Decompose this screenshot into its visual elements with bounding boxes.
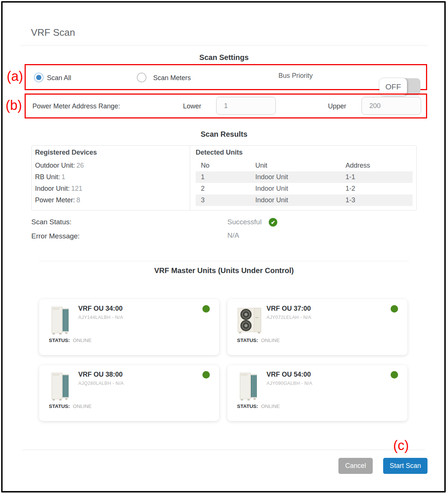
lower-label: Lower [183,102,201,110]
unit-status: STATUS:ONLINE [237,403,280,409]
success-check-icon: ✔ [269,218,277,227]
lower-input[interactable] [216,97,276,115]
fan-outdoor-unit-image-icon [236,307,265,336]
online-indicator-dot [202,371,210,379]
unit-model: AJQ280LALBH - N/A [78,381,124,386]
unit-name: VRF OU 54:00 [266,371,311,379]
scan-status-value: Successful [227,218,262,226]
unit-model: AJY072LELAH - N/A [266,315,311,320]
tall-outdoor-unit-image-icon [237,371,259,404]
scan-mode-row: Scan All Scan Meters Bus Priority OFF [25,64,427,90]
tall-outdoor-unit-image-icon [49,305,71,338]
online-indicator-dot [391,305,398,313]
registered-item: Indoor Unit:121 [35,183,190,194]
online-indicator-dot [202,305,210,313]
scan-settings-heading: Scan Settings [0,53,448,62]
detected-units-panel: Detected Units No Unit Address 1 Indoor … [190,146,416,210]
scan-meters-radio[interactable] [137,73,146,82]
unit-card: VRF OU 54:00 AJY090GALBH - N/A STATUS:ON… [227,365,407,421]
cancel-button[interactable]: Cancel [338,458,373,474]
detected-units-header-row: No Unit Address [196,160,413,171]
upper-label: Upper [328,102,346,110]
scan-all-radio[interactable] [34,73,44,82]
column-header-address: Address [346,162,413,170]
scan-all-label: Scan All [47,74,71,82]
table-row: 2 Indoor Unit 1-2 [196,183,413,194]
annotation-b: (b) [6,98,22,113]
upper-input[interactable] [362,97,421,115]
bus-priority-toggle[interactable]: OFF [379,78,420,95]
radio-dot-icon [36,75,41,80]
tall-outdoor-unit-image-icon [49,371,71,404]
annotation-a: (a) [7,69,23,84]
toggle-knob: OFF [379,78,407,95]
column-header-no: No [201,162,255,170]
start-scan-button[interactable]: Start Scan [383,458,428,474]
unit-name: VRF OU 37:00 [266,305,311,313]
vrf-scan-dialog: { "annotations": { "a": "(a)", "b": "(b)… [0,0,448,494]
unit-card: VRF OU 34:00 AJY144LALBH - N/A STATUS:ON… [39,299,219,355]
master-units-heading: VRF Master Units (Units Under Control) [0,266,448,275]
registered-item: Power Meter:8 [35,194,190,206]
table-row: 1 Indoor Unit 1-1 [196,171,413,183]
registered-item: Outdoor Unit:26 [35,160,190,171]
footer-divider [22,450,425,450]
registered-devices-panel: Registered Devices Outdoor Unit:26 RB Un… [32,146,190,210]
table-row: 3 Indoor Unit 1-3 [196,194,413,206]
address-range-row: Power Meter Address Range: Lower Upper [25,94,427,118]
page-title: VRF Scan [31,27,75,38]
detected-units-title: Detected Units [196,149,413,156]
unit-status: STATUS:ONLINE [49,338,92,343]
column-header-unit: Unit [255,162,346,170]
scan-status-label: Scan Status: [31,218,72,226]
annotation-c: (c) [393,438,409,453]
unit-name: VRF OU 34:00 [78,305,123,313]
title-divider [20,45,428,45]
results-panel: Registered Devices Outdoor Unit:26 RB Un… [31,145,417,210]
registered-item: RB Unit:1 [35,171,190,183]
error-message-value: N/A [227,231,239,240]
scan-results-heading: Scan Results [0,130,448,139]
unit-card: VRF OU 38:00 AJQ280LALBH - N/A STATUS:ON… [39,365,219,421]
error-message-label: Error Message: [31,232,80,240]
unit-model: AJY090GALBH - N/A [266,381,312,386]
unit-status: STATUS:ONLINE [49,403,92,409]
unit-status: STATUS:ONLINE [237,338,280,343]
bus-priority-label: Bus Priority [278,72,313,80]
section-divider [39,261,409,261]
power-meter-range-label: Power Meter Address Range: [32,102,120,110]
unit-name: VRF OU 38:00 [78,371,123,379]
registered-devices-title: Registered Devices [35,149,190,156]
scan-meters-label: Scan Meters [153,74,191,82]
online-indicator-dot [391,371,398,379]
unit-model: AJY144LALBH - N/A [78,315,123,320]
unit-card: VRF OU 37:00 AJY072LELAH - N/A STATUS:ON… [227,299,407,355]
